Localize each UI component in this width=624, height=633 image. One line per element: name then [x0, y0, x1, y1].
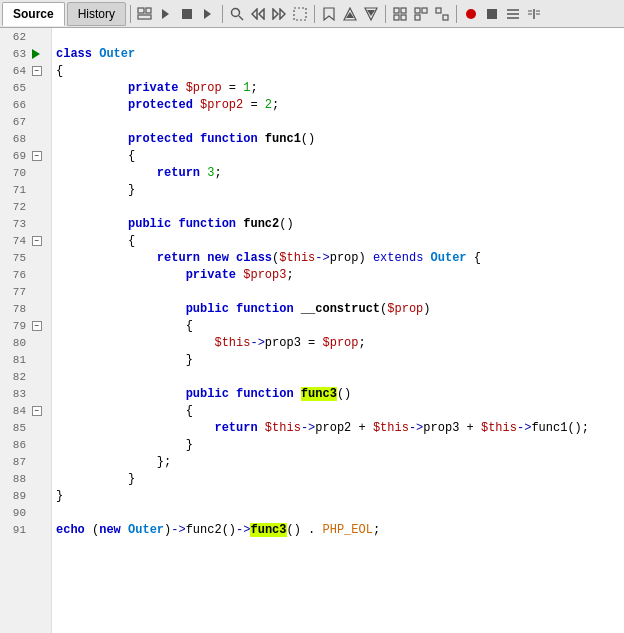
toolbar-btn-1[interactable] — [135, 4, 155, 24]
func-func2-call: func2 — [186, 523, 222, 537]
keyword-function-4: function — [236, 387, 294, 401]
func-func1-call: func1 — [531, 421, 567, 435]
toolbar-btn-8[interactable] — [390, 4, 410, 24]
funcname-func1: func1 — [265, 132, 301, 146]
svg-rect-2 — [138, 15, 151, 19]
arrow-4: -> — [409, 421, 423, 435]
toolbar-group-3 — [319, 4, 381, 24]
keyword-protected-1: protected — [128, 98, 193, 112]
brace-close-3: } — [186, 438, 193, 452]
gutter-row-71: 71 — [0, 181, 51, 198]
brace-close-5: } — [56, 489, 63, 503]
line-number-69: 69 — [0, 150, 30, 162]
paren-9: ( — [92, 523, 99, 537]
toolbar-btn-fwd[interactable] — [269, 4, 289, 24]
sep-1 — [130, 5, 131, 23]
semicolon-6: ; — [373, 523, 380, 537]
var-prop3: $prop3 — [243, 268, 286, 282]
toolbar-btn-2[interactable] — [156, 4, 176, 24]
gutter-row-82: 82 — [0, 368, 51, 385]
toolbar-btn-4[interactable] — [198, 4, 218, 24]
var-this-5: $this — [481, 421, 517, 435]
fold-box-74[interactable]: − — [32, 236, 42, 246]
code-line-91: echo (new Outer)->func2()->func3() . PHP… — [56, 521, 624, 538]
gutter-row-89: 89 — [0, 487, 51, 504]
toolbar-btn-record[interactable] — [461, 4, 481, 24]
semicolon-3: ; — [214, 166, 221, 180]
fold-box-69[interactable]: − — [32, 151, 42, 161]
line-number-77: 77 — [0, 286, 30, 298]
toolbar-btn-search[interactable] — [227, 4, 247, 24]
fold-box-64[interactable]: − — [32, 66, 42, 76]
code-line-63: class Outer — [56, 45, 624, 62]
svg-rect-28 — [487, 9, 497, 19]
line-number-66: 66 — [0, 99, 30, 111]
fold-box-79[interactable]: − — [32, 321, 42, 331]
toolbar-btn-10[interactable] — [432, 4, 452, 24]
semicolon-5: ; — [359, 336, 366, 350]
svg-rect-19 — [401, 8, 406, 13]
line-number-76: 76 — [0, 269, 30, 281]
brace-close-1: } — [128, 183, 135, 197]
toolbar-btn-9[interactable] — [411, 4, 431, 24]
toolbar-btn-split[interactable] — [524, 4, 544, 24]
tab-history[interactable]: History — [67, 2, 126, 26]
line-number-80: 80 — [0, 337, 30, 349]
dot-op: . — [308, 523, 315, 537]
svg-rect-1 — [146, 8, 151, 13]
num-2: 2 — [265, 98, 272, 112]
svg-marker-13 — [324, 8, 334, 20]
code-line-89: } — [56, 487, 624, 504]
brace-close-2: } — [186, 353, 193, 367]
prop-prop3-2: prop3 — [423, 421, 459, 435]
gutter-row-81: 81 — [0, 351, 51, 368]
var-prop-2: $prop — [322, 336, 358, 350]
gutter-row-78: 78 — [0, 300, 51, 317]
keyword-class-anon: class — [236, 251, 272, 265]
paren-4: ) — [359, 251, 366, 265]
gutter-row-65: 65 — [0, 79, 51, 96]
var-this-3: $this — [265, 421, 301, 435]
keyword-new-2: new — [99, 523, 121, 537]
keyword-return-3: return — [214, 421, 257, 435]
paren-12: () — [287, 523, 301, 537]
arrow-2: -> — [250, 336, 264, 350]
prop-prop-1: prop — [330, 251, 359, 265]
gutter-row-90: 90 — [0, 504, 51, 521]
semicolon-4: ; — [286, 268, 293, 282]
toolbar-btn-5[interactable] — [290, 4, 310, 24]
toolbar-btn-3[interactable] — [177, 4, 197, 24]
var-this-2: $this — [214, 336, 250, 350]
code-line-64: { — [56, 62, 624, 79]
arrow-3: -> — [301, 421, 315, 435]
gutter-row-76: 76 — [0, 266, 51, 283]
gutter-row-70: 70 — [0, 164, 51, 181]
keyword-private-1: private — [128, 81, 178, 95]
svg-rect-26 — [443, 15, 448, 20]
line-number-64: 64 — [0, 65, 30, 77]
keyword-protected-2: protected — [128, 132, 193, 146]
code-line-87: }; — [56, 453, 624, 470]
gutter-row-62: 62 — [0, 28, 51, 45]
toolbar-btn-lines[interactable] — [503, 4, 523, 24]
line-number-84: 84 — [0, 405, 30, 417]
toolbar-btn-7[interactable] — [361, 4, 381, 24]
var-prop2: $prop2 — [200, 98, 243, 112]
keyword-echo: echo — [56, 523, 85, 537]
brace-close-4: } — [128, 472, 135, 486]
line-number-72: 72 — [0, 201, 30, 213]
gutter-row-68: 68 — [0, 130, 51, 147]
var-this-1: $this — [279, 251, 315, 265]
fold-box-84[interactable]: − — [32, 406, 42, 416]
code-line-73: public function func2() — [56, 215, 624, 232]
toolbar-btn-6[interactable] — [340, 4, 360, 24]
gutter-row-88: 88 — [0, 470, 51, 487]
arrow-7: -> — [236, 523, 250, 537]
toolbar-btn-stop[interactable] — [482, 4, 502, 24]
line-number-68: 68 — [0, 133, 30, 145]
toolbar-btn-back[interactable] — [248, 4, 268, 24]
tab-source[interactable]: Source — [2, 2, 65, 26]
toolbar-btn-bookmark[interactable] — [319, 4, 339, 24]
paren-7: () — [337, 387, 351, 401]
svg-line-7 — [239, 16, 243, 20]
